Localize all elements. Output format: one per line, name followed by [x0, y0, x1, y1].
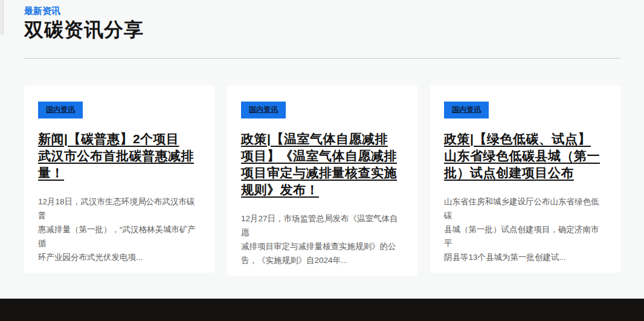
- news-card-title[interactable]: 政策|【绿色低碳、试点】 山东省绿色低碳县城（第一 批）试点创建项目公布: [444, 131, 607, 181]
- section-divider: [24, 58, 620, 59]
- category-tag[interactable]: 国内资讯: [241, 102, 286, 118]
- news-card-excerpt: 12月27日，市场监管总局发布《温室气体自愿 减排项目审定与减排量核查实施规则》…: [241, 212, 404, 267]
- news-card[interactable]: 国内资讯 新闻|【碳普惠】2个项目 武汉市公布首批碳普惠减排 量！ 12月18日…: [24, 85, 214, 273]
- section-eyebrow: 最新资讯: [24, 5, 620, 16]
- news-card-title[interactable]: 政策|【温室气体自愿减排 项目】《温室气体自愿减排 项目审定与减排量核查实施 规…: [241, 131, 404, 198]
- news-card-title[interactable]: 新闻|【碳普惠】2个项目 武汉市公布首批碳普惠减排 量！: [38, 131, 201, 181]
- news-card-excerpt: 山东省住房和城乡建设厅公布山东省绿色低碳 县城（第一批）试点创建项目，确定济南市…: [444, 195, 607, 264]
- footer-bar: [0, 299, 644, 321]
- page-title: 双碳资讯分享: [24, 18, 620, 41]
- news-section: 最新资讯 双碳资讯分享 国内资讯 新闻|【碳普惠】2个项目 武汉市公布首批碳普惠…: [24, 5, 620, 276]
- category-tag[interactable]: 国内资讯: [444, 102, 489, 118]
- news-card[interactable]: 国内资讯 政策|【绿色低碳、试点】 山东省绿色低碳县城（第一 批）试点创建项目公…: [430, 85, 620, 273]
- news-card-excerpt: 12月18日，武汉市生态环境局公布武汉市碳普 惠减排量（第一批），“武汉格林美城…: [38, 195, 201, 264]
- news-card-list: 国内资讯 新闻|【碳普惠】2个项目 武汉市公布首批碳普惠减排 量！ 12月18日…: [24, 85, 620, 276]
- news-card[interactable]: 国内资讯 政策|【温室气体自愿减排 项目】《温室气体自愿减排 项目审定与减排量核…: [227, 85, 417, 276]
- category-tag[interactable]: 国内资讯: [38, 102, 83, 118]
- scrollbar-thumb[interactable]: [0, 0, 4, 35]
